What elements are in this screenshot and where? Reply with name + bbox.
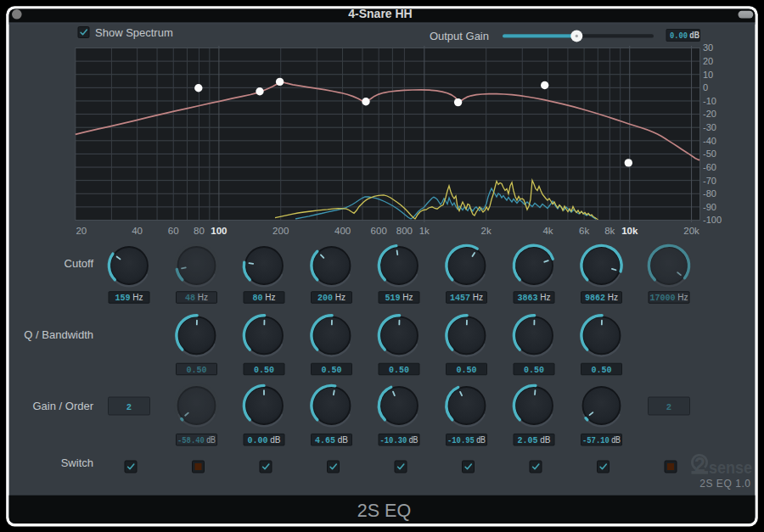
svg-text:800: 800 [396, 226, 413, 236]
svg-text:-57.10 dB: -57.10 dB [582, 435, 621, 445]
svg-text:9862 Hz: 9862 Hz [585, 293, 618, 303]
svg-text:6k: 6k [579, 226, 589, 236]
svg-text:200: 200 [272, 226, 289, 236]
svg-text:10k: 10k [621, 226, 638, 236]
svg-text:400: 400 [334, 226, 351, 236]
svg-text:-90: -90 [703, 202, 716, 212]
svg-text:0.50: 0.50 [389, 366, 409, 375]
svg-text:1k: 1k [419, 226, 430, 236]
svg-text:-50: -50 [703, 148, 716, 159]
svg-text:Q / Bandwidth: Q / Bandwidth [24, 328, 93, 341]
svg-text:0.00 dB: 0.00 dB [670, 31, 699, 41]
svg-text:200 Hz: 200 Hz [317, 293, 345, 303]
svg-text:0.50: 0.50 [591, 366, 611, 375]
svg-text:17000 Hz: 17000 Hz [650, 293, 688, 303]
svg-text:-10.95 dB: -10.95 dB [447, 435, 486, 445]
svg-text:Output Gain: Output Gain [430, 30, 489, 42]
svg-text:80 Hz: 80 Hz [252, 293, 275, 303]
svg-text:4-Snare HH: 4-Snare HH [348, 7, 412, 20]
svg-text:2.05 dB: 2.05 dB [517, 435, 550, 445]
svg-text:60: 60 [168, 226, 179, 236]
svg-text:4k: 4k [542, 226, 553, 236]
svg-text:-60: -60 [703, 162, 716, 172]
svg-text:4.65 dB: 4.65 dB [315, 435, 348, 445]
svg-text:-70: -70 [703, 176, 716, 186]
svg-text:sense: sense [709, 457, 752, 477]
svg-text:0.50: 0.50 [456, 366, 476, 375]
svg-text:80: 80 [194, 226, 205, 236]
svg-text:0.00 dB: 0.00 dB [247, 435, 280, 445]
svg-text:-10.30 dB: -10.30 dB [380, 435, 419, 445]
svg-text:Cutoff: Cutoff [65, 257, 94, 270]
svg-text:Switch: Switch [61, 456, 93, 469]
svg-text:2: 2 [126, 402, 132, 412]
svg-text:600: 600 [371, 226, 387, 236]
svg-text:100: 100 [211, 226, 227, 236]
svg-text:20: 20 [703, 56, 713, 66]
svg-text:0: 0 [703, 82, 708, 92]
svg-text:0.50: 0.50 [524, 366, 544, 375]
svg-text:159 Hz: 159 Hz [115, 293, 143, 303]
svg-text:20k: 20k [683, 226, 699, 236]
svg-text:1457 Hz: 1457 Hz [450, 293, 483, 303]
svg-text:2S EQ 1.0: 2S EQ 1.0 [699, 478, 750, 490]
svg-text:2k: 2k [481, 226, 492, 236]
svg-text:519 Hz: 519 Hz [385, 293, 413, 303]
svg-text:-58.40 dB: -58.40 dB [177, 435, 216, 445]
svg-text:40: 40 [132, 226, 143, 236]
svg-text:-80: -80 [703, 188, 716, 199]
svg-text:2S EQ: 2S EQ [357, 501, 411, 521]
svg-text:-10: -10 [703, 96, 716, 106]
svg-text:48 Hz: 48 Hz [185, 293, 208, 303]
svg-text:3863 Hz: 3863 Hz [517, 293, 550, 303]
svg-text:Gain / Order: Gain / Order [32, 400, 93, 412]
svg-text:-40: -40 [703, 136, 716, 146]
svg-text:2: 2 [666, 402, 671, 412]
svg-text:-100: -100 [703, 215, 722, 225]
svg-text:8k: 8k [604, 226, 615, 236]
svg-text:30: 30 [703, 42, 713, 53]
svg-text:-30: -30 [703, 122, 716, 132]
svg-text:0.50: 0.50 [254, 366, 274, 375]
svg-text:Show Spectrum: Show Spectrum [95, 26, 173, 39]
svg-text:-20: -20 [703, 109, 716, 119]
svg-text:20: 20 [76, 226, 87, 236]
svg-text:0.50: 0.50 [186, 366, 206, 375]
svg-text:10: 10 [703, 70, 713, 80]
svg-text:0.50: 0.50 [321, 366, 341, 375]
